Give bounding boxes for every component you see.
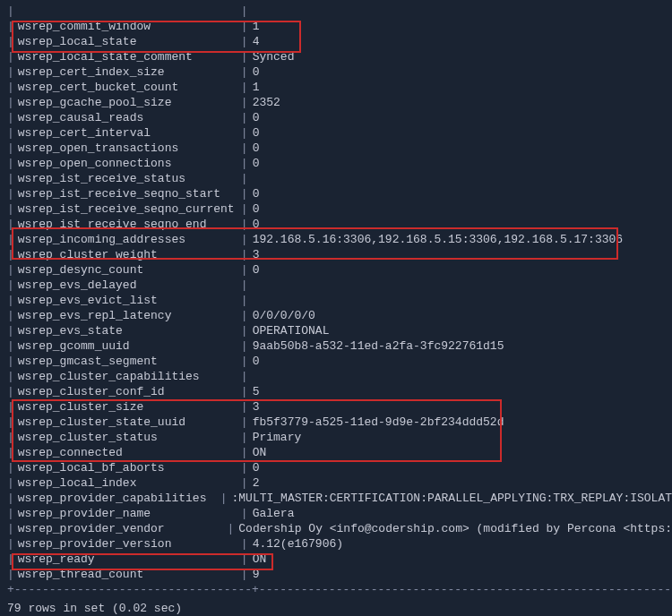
table-row: |wsrep_cert_index_size|0 bbox=[7, 64, 672, 80]
table-row: |wsrep_provider_name|Galera bbox=[7, 506, 672, 521]
variable-name: wsrep_cert_interval bbox=[14, 125, 241, 141]
variable-name: wsrep_local_index bbox=[14, 475, 241, 492]
variable-name: wsrep_evs_repl_latency bbox=[14, 308, 241, 324]
variable-value: Galera bbox=[248, 506, 295, 522]
variable-name: wsrep_local_bf_aborts bbox=[14, 460, 241, 476]
variable-name: wsrep_provider_version bbox=[14, 536, 241, 552]
table-row: |wsrep_ready|ON bbox=[7, 552, 672, 567]
table-row: |wsrep_causal_reads|0 bbox=[7, 110, 672, 125]
table-row: |wsrep_cluster_status|Primary bbox=[7, 430, 672, 445]
variable-value: 0 bbox=[248, 186, 260, 202]
variable-name: wsrep_ist_receive_seqno_start bbox=[14, 186, 241, 202]
table-row: |wsrep_connected|ON bbox=[7, 445, 672, 460]
variable-value: 0 bbox=[248, 217, 260, 233]
variable-name: wsrep_cluster_state_uuid bbox=[14, 415, 241, 431]
table-row: |wsrep_incoming_addresses|192.168.5.16:3… bbox=[7, 232, 672, 247]
variable-name: wsrep_cluster_weight bbox=[14, 247, 241, 263]
variable-name: wsrep_provider_vendor bbox=[14, 521, 228, 537]
variable-value: ON bbox=[248, 445, 267, 461]
variable-value: 0 bbox=[248, 460, 260, 476]
table-row: |wsrep_provider_version|4.12(e167906) bbox=[7, 536, 672, 552]
variable-name: wsrep_evs_delayed bbox=[14, 278, 241, 294]
variable-value: :MULTI_MASTER:CERTIFICATION:PARALLEL_APP… bbox=[228, 491, 672, 507]
variable-value: 0 bbox=[248, 262, 260, 278]
variable-value: 0 bbox=[248, 156, 260, 172]
variable-value: 9 bbox=[248, 567, 260, 583]
variable-value: 4 bbox=[248, 34, 260, 50]
variable-value: 5 bbox=[248, 384, 260, 400]
terminal-output: | | |wsrep_commit_window|1|wsrep_local_s… bbox=[0, 4, 672, 616]
table-row: |wsrep_provider_vendor|Codership Oy <inf… bbox=[7, 521, 672, 536]
table-row: |wsrep_cluster_capabilities| bbox=[7, 369, 672, 384]
variable-value: 4.12(e167906) bbox=[248, 536, 343, 552]
table-row: |wsrep_evs_repl_latency|0/0/0/0/0 bbox=[7, 308, 672, 323]
table-row: |wsrep_cluster_weight|3 bbox=[7, 247, 672, 262]
table-row: |wsrep_open_transactions|0 bbox=[7, 141, 672, 156]
variable-name: wsrep_commit_window bbox=[14, 19, 241, 35]
table-row: |wsrep_local_bf_aborts|0 bbox=[7, 460, 672, 475]
table-row: |wsrep_local_state|4 bbox=[7, 34, 672, 49]
variable-value: 1 bbox=[248, 80, 260, 96]
table-row: |wsrep_cluster_state_uuid|fb5f3779-a525-… bbox=[7, 415, 672, 430]
table-row: |wsrep_ist_receive_status| bbox=[7, 171, 672, 186]
table-row: |wsrep_evs_delayed| bbox=[7, 278, 672, 293]
variable-value: 0 bbox=[248, 110, 260, 126]
table-row: |wsrep_ist_receive_seqno_end|0 bbox=[7, 217, 672, 232]
table-row: |wsrep_cluster_conf_id|5 bbox=[7, 384, 672, 399]
variable-value: 0 bbox=[248, 125, 260, 141]
variable-value: 9aab50b8-a532-11ed-a2fa-3fc922761d15 bbox=[248, 338, 504, 355]
variable-value: fb5f3779-a525-11ed-9d9e-2bf234ddd52d bbox=[248, 415, 504, 431]
variable-name: wsrep_open_connections bbox=[14, 156, 241, 172]
variable-name: wsrep_cert_bucket_count bbox=[14, 80, 241, 96]
variable-value: Primary bbox=[248, 430, 302, 446]
variable-value: 3 bbox=[248, 247, 260, 263]
table-row: |wsrep_provider_capabilities|:MULTI_MAST… bbox=[7, 491, 672, 506]
table-row: |wsrep_gcomm_uuid|9aab50b8-a532-11ed-a2f… bbox=[7, 338, 672, 354]
table-row: |wsrep_evs_state|OPERATIONAL bbox=[7, 323, 672, 338]
variable-value: 0/0/0/0/0 bbox=[248, 308, 315, 324]
table-separator: +----------------------------------+----… bbox=[7, 582, 672, 597]
table-row: |wsrep_commit_window|1 bbox=[7, 19, 672, 34]
variable-value: 0 bbox=[248, 201, 260, 218]
variable-name: wsrep_cluster_status bbox=[14, 430, 241, 446]
table-row: |wsrep_evs_evict_list| bbox=[7, 293, 672, 308]
variable-value: Codership Oy <info@codership.com> (modif… bbox=[234, 521, 672, 537]
table-row: |wsrep_ist_receive_seqno_start|0 bbox=[7, 186, 672, 201]
variable-name: wsrep_cluster_conf_id bbox=[14, 384, 241, 400]
variable-value: 1 bbox=[248, 19, 260, 35]
variable-name: wsrep_incoming_addresses bbox=[14, 232, 241, 248]
variable-name: wsrep_local_state bbox=[14, 34, 241, 50]
variable-name: wsrep_evs_evict_list bbox=[14, 293, 241, 309]
table-row: |wsrep_ist_receive_seqno_current|0 bbox=[7, 201, 672, 217]
variable-name: wsrep_causal_reads bbox=[14, 110, 241, 126]
variable-name: wsrep_cluster_capabilities bbox=[14, 369, 241, 385]
result-footer: 79 rows in set (0.02 sec) bbox=[7, 597, 672, 616]
table-row: |wsrep_open_connections|0 bbox=[7, 156, 672, 171]
table-row: |wsrep_local_index|2 bbox=[7, 475, 672, 491]
variable-value: 0 bbox=[248, 141, 260, 157]
variable-name: wsrep_ist_receive_seqno_end bbox=[14, 217, 241, 233]
variable-name: wsrep_open_transactions bbox=[14, 141, 241, 157]
table-row: |wsrep_gmcast_segment|0 bbox=[7, 354, 672, 369]
variable-value: 192.168.5.16:3306,192.168.5.15:3306,192.… bbox=[248, 232, 623, 248]
table-row: |wsrep_cert_bucket_count|1 bbox=[7, 80, 672, 95]
variable-value: 2352 bbox=[248, 95, 280, 111]
variable-value: 0 bbox=[248, 64, 260, 81]
table-row: |wsrep_gcache_pool_size|2352 bbox=[7, 95, 672, 110]
variable-value: ON bbox=[248, 552, 267, 568]
variable-value: Synced bbox=[248, 49, 295, 65]
table-row: |wsrep_desync_count|0 bbox=[7, 262, 672, 278]
variable-name: wsrep_thread_count bbox=[14, 567, 241, 583]
variable-name: wsrep_gmcast_segment bbox=[14, 354, 241, 370]
table-row-partial: | | bbox=[7, 4, 672, 19]
table-row: |wsrep_local_state_comment|Synced bbox=[7, 49, 672, 64]
variable-value: 2 bbox=[248, 475, 260, 492]
variable-name: wsrep_cert_index_size bbox=[14, 64, 241, 81]
variable-value: 0 bbox=[248, 354, 260, 370]
variable-name: wsrep_ist_receive_seqno_current bbox=[14, 201, 241, 218]
table-row: |wsrep_cert_interval|0 bbox=[7, 125, 672, 141]
variable-name: wsrep_evs_state bbox=[14, 323, 241, 339]
table-row: |wsrep_cluster_size|3 bbox=[7, 399, 672, 415]
variable-value: OPERATIONAL bbox=[248, 323, 330, 339]
variable-name: wsrep_provider_capabilities bbox=[14, 491, 220, 507]
